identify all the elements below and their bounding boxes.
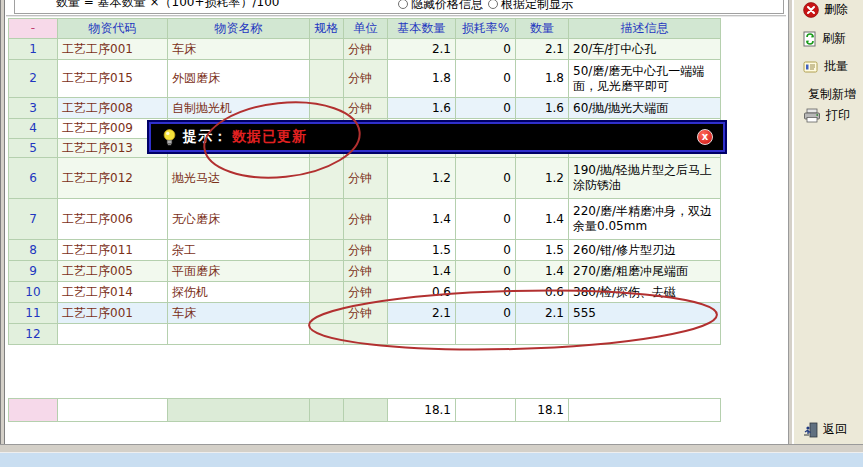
cell-basic_qty[interactable]: 2.1 [388,39,456,60]
cell-spec[interactable] [310,199,344,240]
column-header-unit[interactable]: 单位 [344,19,388,39]
cell-loss_rate[interactable]: 0 [456,282,516,303]
cell-loss_rate[interactable]: 0 [456,60,516,98]
cell-qty[interactable]: 1.4 [516,199,569,240]
cell-spec[interactable] [310,158,344,199]
cell-num[interactable]: 5 [9,139,58,158]
cell-code[interactable]: 工艺工序012 [58,158,168,199]
cell-spec[interactable] [310,98,344,119]
cell-qty[interactable]: 1.8 [516,60,569,98]
cell-num[interactable]: 1 [9,39,58,60]
table-row[interactable]: 7工艺工序006无心磨床分钟1.401.4220/磨/半精磨冲身，双边余量0.0… [9,199,721,240]
table-row[interactable]: 9工艺工序005平面磨床分钟1.401.4270/磨/粗磨冲尾端面 [9,261,721,282]
print-button[interactable]: 打印 [803,107,850,124]
cell-loss_rate[interactable] [456,324,516,345]
column-header-spec[interactable]: 规格 [310,19,344,39]
cell-unit[interactable] [344,324,388,345]
cell-qty[interactable]: 0.6 [516,282,569,303]
column-header-basic_qty[interactable]: 基本数量 [388,19,456,39]
batch-button[interactable]: 批量 [803,58,848,75]
delete-button[interactable]: 删除 [803,1,848,18]
cell-code[interactable]: 工艺工序014 [58,282,168,303]
cell-num[interactable]: 12 [9,324,58,345]
cell-loss_rate[interactable]: 0 [456,303,516,324]
cell-basic_qty[interactable]: 1.8 [388,60,456,98]
column-header-loss_rate[interactable]: 损耗率% [456,19,516,39]
cell-name[interactable]: 车床 [168,39,310,60]
cell-unit[interactable]: 分钟 [344,261,388,282]
cell-code[interactable]: 工艺工序015 [58,60,168,98]
radio-custom-display[interactable]: 根据定制显示 [488,0,573,14]
cell-unit[interactable]: 分钟 [344,60,388,98]
column-header-qty[interactable]: 数量 [516,19,569,39]
cell-loss_rate[interactable]: 0 [456,158,516,199]
cell-num[interactable]: 2 [9,60,58,98]
cell-code[interactable] [58,324,168,345]
cell-code[interactable]: 工艺工序001 [58,303,168,324]
cell-desc[interactable]: 270/磨/粗磨冲尾端面 [569,261,721,282]
table-row[interactable]: 1工艺工序001车床分钟2.102.120/车/打中心孔 [9,39,721,60]
cell-qty[interactable]: 1.6 [516,98,569,119]
cell-desc[interactable]: 260/钳/修片型刃边 [569,240,721,261]
cell-basic_qty[interactable]: 1.6 [388,98,456,119]
cell-basic_qty[interactable]: 1.5 [388,240,456,261]
cell-code[interactable]: 工艺工序001 [58,39,168,60]
cell-spec[interactable] [310,282,344,303]
cell-qty[interactable]: 1.5 [516,240,569,261]
cell-name[interactable]: 无心磨床 [168,199,310,240]
column-header-num[interactable]: - [9,19,58,39]
table-row[interactable]: 8工艺工序011杂工分钟1.501.5260/钳/修片型刃边 [9,240,721,261]
cell-num[interactable]: 3 [9,98,58,119]
cell-basic_qty[interactable]: 2.1 [388,303,456,324]
radio-circle-icon[interactable] [488,0,498,9]
cell-name[interactable]: 自制抛光机 [168,98,310,119]
cell-desc[interactable]: 20/车/打中心孔 [569,39,721,60]
cell-spec[interactable] [310,261,344,282]
column-header-desc[interactable]: 描述信息 [569,19,721,39]
cell-code[interactable]: 工艺工序006 [58,199,168,240]
cell-qty[interactable]: 2.1 [516,303,569,324]
cell-num[interactable]: 9 [9,261,58,282]
cell-qty[interactable] [516,324,569,345]
cell-code[interactable]: 工艺工序005 [58,261,168,282]
cell-desc[interactable]: 60/抛/抛光大端面 [569,98,721,119]
cell-unit[interactable]: 分钟 [344,240,388,261]
cell-spec[interactable] [310,303,344,324]
refresh-button[interactable]: 刷新 [803,30,846,47]
cell-desc[interactable]: 190/抛/轻抛片型之后马上涂防锈油 [569,158,721,199]
cell-num[interactable]: 6 [9,158,58,199]
cell-code[interactable]: 工艺工序008 [58,98,168,119]
table-row[interactable]: 3工艺工序008自制抛光机分钟1.601.660/抛/抛光大端面 [9,98,721,119]
cell-desc[interactable] [569,324,721,345]
cell-name[interactable]: 车床 [168,303,310,324]
cell-num[interactable]: 8 [9,240,58,261]
cell-desc[interactable]: 380/检/探伤、去磁 [569,282,721,303]
column-header-code[interactable]: 物资代码 [58,19,168,39]
table-row[interactable]: 10工艺工序014探伤机分钟0.600.6380/检/探伤、去磁 [9,282,721,303]
radio-hide-price-info[interactable]: 隐藏价格信息 [398,0,483,14]
cell-num[interactable]: 7 [9,199,58,240]
cell-basic_qty[interactable]: 0.6 [388,282,456,303]
radio-circle-icon[interactable] [398,0,408,9]
return-button[interactable]: 返回 [803,421,847,438]
table-row[interactable]: 12 [9,324,721,345]
cell-basic_qty[interactable]: 1.4 [388,261,456,282]
close-icon[interactable]: x [697,129,713,145]
cell-num[interactable]: 11 [9,303,58,324]
cell-unit[interactable]: 分钟 [344,199,388,240]
cell-spec[interactable] [310,240,344,261]
cell-spec[interactable] [310,324,344,345]
cell-basic_qty[interactable] [388,324,456,345]
cell-basic_qty[interactable]: 1.4 [388,199,456,240]
cell-num[interactable]: 4 [9,119,58,139]
cell-desc[interactable]: 50/磨/磨无中心孔一端端面，见光磨平即可 [569,60,721,98]
cell-qty[interactable]: 2.1 [516,39,569,60]
cell-qty[interactable]: 1.4 [516,261,569,282]
cell-code[interactable]: 工艺工序011 [58,240,168,261]
cell-num[interactable]: 10 [9,282,58,303]
cell-name[interactable]: 杂工 [168,240,310,261]
cell-unit[interactable]: 分钟 [344,282,388,303]
cell-qty[interactable]: 1.2 [516,158,569,199]
cell-name[interactable]: 抛光马达 [168,158,310,199]
cell-loss_rate[interactable]: 0 [456,39,516,60]
